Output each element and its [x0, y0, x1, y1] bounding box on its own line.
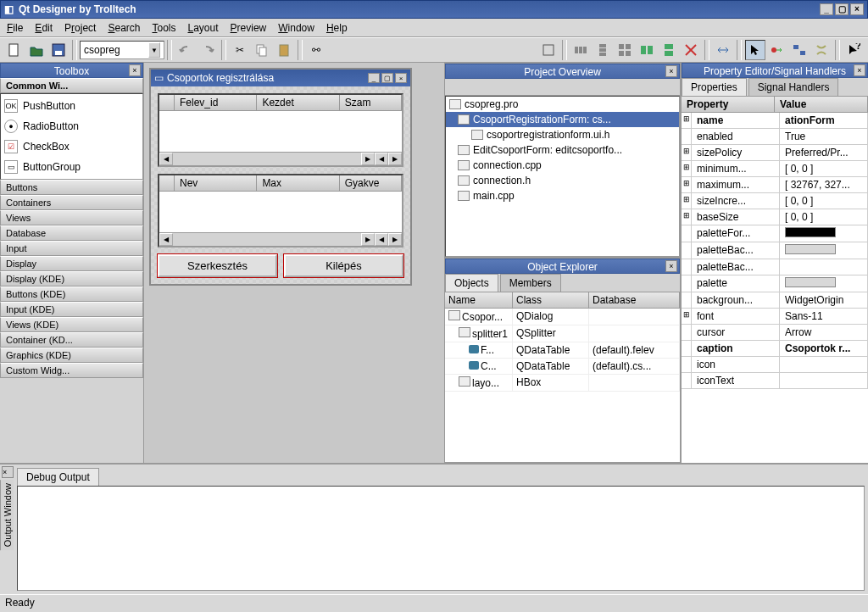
layout-vsplit-icon[interactable]: [659, 40, 679, 60]
toolbox-category-common[interactable]: Common Wi...: [0, 78, 143, 93]
exit-button[interactable]: Kilépés: [284, 254, 403, 277]
layout-grid-icon[interactable]: [615, 40, 635, 60]
menu-window[interactable]: Window: [278, 22, 314, 34]
value-col-header[interactable]: Value: [775, 97, 868, 113]
col-header[interactable]: Szam: [340, 95, 402, 110]
object-row[interactable]: C...QDataTable(default).cs...: [445, 359, 680, 375]
link-icon[interactable]: ⚯: [306, 40, 326, 60]
object-row[interactable]: F...QDataTable(default).felev: [445, 342, 680, 359]
layout-v-icon[interactable]: [593, 40, 613, 60]
form-titlebar[interactable]: ▭ Csoportok regisztrálása _ ▢ ×: [151, 70, 410, 86]
property-row[interactable]: cursorArrow: [682, 325, 868, 341]
cut-icon[interactable]: ✂: [230, 40, 250, 60]
prop-col-header[interactable]: Property: [682, 97, 775, 113]
tree-item[interactable]: EditCsoportForm: editcsoportfo...: [446, 142, 679, 158]
form-window[interactable]: ▭ Csoportok regisztrálása _ ▢ × Felev_id…: [149, 68, 412, 286]
save-icon[interactable]: [48, 40, 69, 60]
col-header[interactable]: Nev: [175, 175, 257, 191]
menu-search[interactable]: Search: [108, 22, 140, 34]
object-tree[interactable]: Csopor...QDialogsplitter1QSplitterF...QD…: [445, 309, 680, 462]
close-icon[interactable]: ×: [665, 65, 677, 77]
menu-help[interactable]: Help: [326, 22, 348, 34]
h-scrollbar[interactable]: ◀▶◀▶: [159, 232, 402, 246]
close-icon[interactable]: ×: [2, 466, 14, 478]
tab-properties[interactable]: Properties: [682, 78, 747, 96]
toolbox-category[interactable]: Buttons: [0, 180, 143, 195]
toolbox-item-checkbox[interactable]: ☑CheckBox: [3, 136, 141, 157]
object-row[interactable]: layo...HBox: [445, 375, 680, 392]
property-row[interactable]: paletteBac...: [682, 242, 868, 259]
toolbox-item-pushbutton[interactable]: OKPushButton: [3, 96, 141, 116]
property-row[interactable]: icon: [682, 357, 868, 373]
tree-item[interactable]: csoportregistrationform.ui.h: [446, 127, 679, 142]
toolbox-category[interactable]: Display (KDE): [0, 271, 143, 287]
property-row[interactable]: enabledTrue: [682, 129, 868, 145]
whatsthis-icon[interactable]: ?: [843, 40, 864, 60]
toolbox-category[interactable]: Graphics (KDE): [0, 348, 143, 363]
project-tree[interactable]: csopreg.pro CsoportRegistrationForm: cs.…: [445, 96, 680, 257]
open-icon[interactable]: [26, 40, 47, 60]
tab-signal-handlers[interactable]: Signal Handlers: [748, 78, 839, 96]
toolbox-category[interactable]: Display: [0, 256, 143, 271]
menu-tools[interactable]: Tools: [152, 22, 175, 34]
close-icon[interactable]: ×: [129, 64, 141, 76]
toolbox-category[interactable]: Views: [0, 210, 143, 225]
layout-hsplit-icon[interactable]: [637, 40, 657, 60]
menu-layout[interactable]: Layout: [188, 22, 219, 34]
tree-item[interactable]: connection.cpp: [446, 158, 679, 173]
toolbox-category[interactable]: Container (KD...: [0, 332, 143, 348]
signal-icon[interactable]: [767, 40, 787, 60]
spacer-icon[interactable]: [713, 40, 733, 60]
property-row[interactable]: ⊞nameationForm: [682, 113, 868, 129]
layout-adjust-icon[interactable]: [538, 40, 559, 60]
property-row[interactable]: iconText: [682, 373, 868, 389]
property-row[interactable]: ⊞sizePolicyPreferred/Pr...: [682, 145, 868, 161]
property-row[interactable]: ⊞minimum...[ 0, 0 ]: [682, 161, 868, 177]
property-row[interactable]: ⊞sizeIncre...[ 0, 0 ]: [682, 193, 868, 209]
tab-members[interactable]: Members: [500, 274, 561, 292]
menu-project[interactable]: Project: [64, 22, 96, 34]
toolbox-category[interactable]: Input (KDE): [0, 302, 143, 317]
property-row[interactable]: paletteBac...: [682, 259, 868, 275]
tree-item[interactable]: connection.h: [446, 173, 679, 188]
data-table-1[interactable]: Felev_id Kezdet Szam ◀▶◀▶: [158, 93, 403, 167]
buddy-icon[interactable]: [811, 40, 832, 60]
tab-debug-output[interactable]: Debug Output: [17, 468, 99, 486]
layout-h-icon[interactable]: [570, 40, 591, 60]
object-row[interactable]: Csopor...QDialog: [445, 309, 680, 325]
toolbox-category[interactable]: Database: [0, 225, 143, 241]
edit-button[interactable]: Szerkesztés: [158, 254, 277, 277]
tree-root[interactable]: csopreg.pro: [446, 97, 679, 112]
toolbox-category[interactable]: Custom Widg...: [0, 363, 143, 378]
col-header[interactable]: Gyakve: [340, 175, 402, 191]
property-row[interactable]: palette: [682, 275, 868, 292]
toolbox-category[interactable]: Views (KDE): [0, 317, 143, 332]
minimize-icon[interactable]: _: [368, 73, 380, 83]
h-scrollbar[interactable]: ◀▶◀▶: [159, 152, 402, 165]
output-text-area[interactable]: [17, 486, 865, 591]
close-button[interactable]: ×: [850, 3, 864, 15]
col-header[interactable]: Felev_id: [175, 95, 257, 110]
toolbox-category[interactable]: Buttons (KDE): [0, 287, 143, 302]
menu-file[interactable]: File: [7, 22, 23, 34]
property-row[interactable]: paletteFor...: [682, 225, 868, 242]
undo-icon[interactable]: [175, 40, 196, 60]
menu-edit[interactable]: Edit: [35, 22, 53, 34]
menu-preview[interactable]: Preview: [231, 22, 267, 34]
property-row[interactable]: backgroun...WidgetOrigin: [682, 292, 868, 309]
copy-icon[interactable]: [252, 40, 272, 60]
close-icon[interactable]: ×: [854, 64, 865, 76]
tab-objects[interactable]: Objects: [445, 274, 498, 292]
toolbox-item-radiobutton[interactable]: ●RadioButton: [3, 116, 141, 136]
property-grid[interactable]: ⊞nameationFormenabledTrue⊞sizePolicyPref…: [682, 113, 868, 463]
maximize-button[interactable]: ▢: [835, 3, 849, 15]
project-combo[interactable]: csopreg ▼: [80, 41, 164, 59]
property-row[interactable]: captionCsoportok r...: [682, 341, 868, 357]
property-row[interactable]: ⊞maximum...[ 32767, 327...: [682, 177, 868, 193]
pointer-icon[interactable]: [745, 40, 765, 60]
tree-item[interactable]: CsoportRegistrationForm: cs...: [446, 112, 679, 127]
maximize-icon[interactable]: ▢: [381, 73, 393, 83]
property-row[interactable]: ⊞fontSans-11: [682, 309, 868, 325]
tab-order-icon[interactable]: [789, 40, 810, 60]
toolbox-item-buttongroup[interactable]: ▭ButtonGroup: [3, 157, 141, 177]
